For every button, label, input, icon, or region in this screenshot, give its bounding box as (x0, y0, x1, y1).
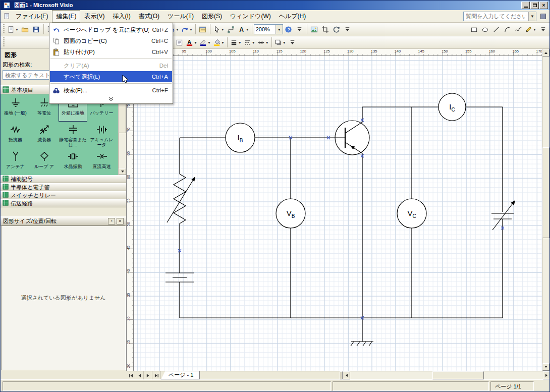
menu-shape[interactable]: 図形(S) (198, 10, 226, 23)
shadow-button[interactable]: ▼ (273, 37, 287, 48)
horizontal-scrollbar-thumb[interactable] (432, 371, 484, 379)
scroll-down-icon[interactable] (119, 168, 126, 175)
zoom-select[interactable]: 200%▼ (254, 24, 283, 34)
menu-edit[interactable]: 編集(E) (52, 10, 80, 23)
stencil-scrollbar[interactable] (118, 94, 126, 175)
open-button[interactable] (20, 24, 31, 35)
chevron-down-icon[interactable]: ▼ (246, 28, 249, 31)
stencil-shape-ground[interactable]: 接地 (一般) (1, 95, 30, 122)
meter-vb[interactable]: VB (276, 199, 305, 228)
menu-help[interactable]: ヘルプ(H) (275, 10, 310, 23)
stencil-section-2[interactable]: スイッチとリレー (1, 191, 126, 199)
stencil-shape-capacitor[interactable]: 静電容量または... (59, 122, 87, 148)
help-question-input[interactable] (464, 13, 528, 19)
line-tool-button[interactable] (490, 24, 502, 35)
minimize-button[interactable] (521, 2, 530, 9)
first-page-button[interactable] (127, 371, 135, 379)
help-button[interactable]: ? (283, 24, 294, 35)
menu-item-clear[interactable]: クリア(A)Del (50, 60, 172, 71)
help-question-box[interactable]: ▼ (463, 12, 536, 21)
close-panel-icon[interactable]: × (117, 218, 124, 225)
stencil-shape-loop-antenna[interactable]: ループ ア (30, 148, 59, 175)
chevron-down-icon[interactable]: ▼ (221, 41, 225, 44)
pencil-tool-button[interactable]: ▼ (524, 24, 537, 35)
connector-tool-button[interactable] (226, 24, 237, 35)
toolbar-grip[interactable] (3, 24, 5, 34)
stencil-section-1[interactable]: 半導体と電子管 (1, 183, 126, 191)
toolbar-options-button[interactable] (342, 24, 353, 35)
pointer-tool-button[interactable]: ▼ (212, 24, 226, 35)
line-style-button[interactable]: ▼ (243, 37, 256, 48)
menu-window[interactable]: ウィンドウ(W) (226, 10, 275, 23)
new-drawing-button[interactable]: ▼ (6, 24, 20, 35)
chevron-down-icon[interactable]: ▼ (189, 28, 193, 31)
chevron-down-icon[interactable]: ▼ (176, 28, 179, 31)
chevron-down-icon[interactable]: ▼ (194, 41, 197, 44)
stencil-shape-crystal[interactable]: 水晶振動 (59, 148, 87, 175)
stencil-section-3[interactable]: 伝送経路 (1, 199, 126, 207)
save-button[interactable] (31, 24, 42, 35)
meter-ic[interactable]: IC (438, 93, 466, 121)
float-panel-icon[interactable]: ▫ (108, 218, 115, 225)
chevron-down-icon[interactable]: ▼ (207, 41, 211, 44)
text-block-tool-button[interactable] (174, 37, 185, 48)
maximize-button[interactable] (530, 2, 539, 9)
menubar-options-icon[interactable] (540, 14, 546, 19)
menu-file[interactable]: ファイル(F) (12, 10, 52, 23)
chevron-down-icon[interactable]: ▼ (276, 25, 283, 34)
font-color-button[interactable]: A▼ (185, 37, 198, 48)
meter-vc[interactable]: VC (397, 199, 426, 228)
menu-insert[interactable]: 挿入(I) (108, 10, 134, 23)
next-page-button[interactable] (144, 371, 152, 379)
chevron-down-icon[interactable]: ▼ (528, 12, 536, 21)
menu-format[interactable]: 書式(O) (135, 10, 163, 23)
stencil-shape-dc-breaker[interactable]: 直流高速 (87, 148, 116, 175)
menu-item-paste[interactable]: 貼り付け(P)Ctrl+V (50, 46, 172, 58)
crop-tool-button[interactable] (320, 24, 331, 35)
rectangle-tool-button[interactable] (468, 24, 479, 35)
freeform-tool-button[interactable] (513, 24, 524, 35)
menu-item-undo-drop-on-page[interactable]: ページへドロップ を元に戻す(U)Ctrl+Z (50, 24, 172, 35)
menu-item-select-all[interactable]: すべて選択(L)Ctrl+A (50, 71, 172, 82)
stencil-shape-accumulator[interactable]: アキュムレータ (87, 122, 116, 148)
chevron-down-icon[interactable]: ▼ (221, 28, 225, 31)
size-position-panel-header[interactable]: 図形サイズ/位置/回転 ▫ × (1, 216, 126, 226)
close-button[interactable]: × (539, 2, 548, 9)
chevron-down-icon[interactable]: ▼ (283, 41, 286, 44)
vertical-scrollbar[interactable] (542, 49, 549, 371)
stencil-shape-attenuator[interactable]: 減衰器 (30, 122, 59, 148)
rotate-tool-button[interactable] (331, 24, 342, 35)
line-ends-button[interactable]: ▼ (256, 37, 270, 48)
stencil-shape-antenna[interactable]: アンテナ (1, 148, 30, 175)
drawing-explorer-button[interactable] (197, 24, 208, 35)
vertical-scrollbar-thumb[interactable] (542, 147, 549, 238)
menu-item-find[interactable]: 検索(F)...Ctrl+F (50, 85, 172, 96)
chevron-down-icon[interactable]: ▼ (15, 28, 19, 31)
line-weight-button[interactable]: ▼ (229, 37, 243, 48)
last-page-button[interactable] (152, 371, 161, 379)
scroll-down-icon[interactable] (542, 363, 549, 371)
fill-color-button[interactable]: ▼ (212, 37, 226, 48)
page-tab[interactable]: ページ - 1 (161, 371, 200, 379)
toolbar-options-button[interactable] (294, 24, 305, 35)
stencil-scrollbar-thumb[interactable] (119, 102, 126, 133)
chevron-down-icon[interactable]: ▼ (533, 28, 536, 31)
chevron-down-icon[interactable]: ▼ (238, 41, 242, 44)
drawing-canvas[interactable]: IB VB IC VC (134, 56, 543, 371)
horizontal-scrollbar[interactable] (343, 371, 550, 379)
scroll-right-icon[interactable] (543, 371, 550, 379)
ellipse-tool-button[interactable] (479, 24, 490, 35)
toolbar-options-button[interactable] (537, 24, 548, 35)
previous-page-button[interactable] (135, 371, 144, 379)
meter-ib[interactable]: IB (226, 123, 255, 152)
toolbar-options-button[interactable] (287, 37, 298, 48)
insert-picture-button[interactable] (309, 24, 320, 35)
menu-tools[interactable]: ツール(T) (163, 10, 198, 23)
stencil-section-0[interactable]: 補助記号 (1, 175, 126, 183)
chevron-down-icon[interactable]: ▼ (265, 41, 269, 44)
redo-button[interactable]: ▼ (180, 24, 194, 35)
scroll-up-icon[interactable] (542, 49, 549, 57)
menu-expand-chevron[interactable] (50, 96, 172, 102)
chevron-down-icon[interactable]: ▼ (252, 41, 255, 44)
toolbar-grip[interactable] (3, 37, 5, 47)
